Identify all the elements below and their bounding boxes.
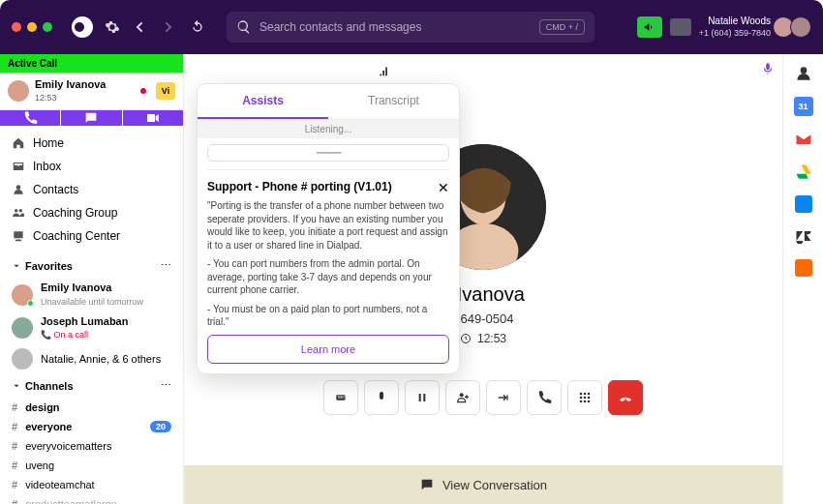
gear-icon[interactable] xyxy=(105,19,120,35)
hash-icon: # xyxy=(12,479,17,490)
user-phone: +1 (604) 359-7840 xyxy=(699,28,771,38)
nav-coaching-group[interactable]: Coaching Group xyxy=(0,201,183,224)
record-button[interactable]: REC xyxy=(323,380,358,415)
back-icon[interactable] xyxy=(132,19,147,35)
transfer-button[interactable] xyxy=(486,380,521,415)
assists-panel: Assists Transcript Listening... ━━━━━ ✕ … xyxy=(197,83,460,374)
more-icon[interactable]: ⋯ xyxy=(161,259,171,272)
record-icon xyxy=(137,84,150,98)
hash-icon: # xyxy=(12,401,17,413)
hash-icon: # xyxy=(12,460,17,471)
drive-icon[interactable] xyxy=(794,163,813,182)
svg-point-20 xyxy=(800,67,807,74)
profile-icon[interactable] xyxy=(794,64,813,83)
keypad-button[interactable] xyxy=(567,380,602,415)
svg-rect-7 xyxy=(419,394,421,401)
avatar xyxy=(790,16,811,38)
calendar-icon[interactable]: 31 xyxy=(794,97,813,116)
signal-icon xyxy=(378,64,391,81)
close-icon[interactable]: ✕ xyxy=(438,180,449,195)
call-duration: 12:53 xyxy=(460,332,506,345)
user-name: Natalie Woods xyxy=(699,15,771,27)
chat-icon xyxy=(419,477,435,492)
app-icon-orange[interactable] xyxy=(795,259,812,277)
svg-text:REC: REC xyxy=(338,395,347,400)
video-button[interactable] xyxy=(123,110,183,126)
dial-button[interactable] xyxy=(0,110,60,126)
hash-icon: # xyxy=(12,440,17,452)
search-bar[interactable]: CMD + / xyxy=(227,12,594,43)
channel-item[interactable]: #design xyxy=(0,398,183,417)
sidebar: Active Call Emily Ivanova 12:53 Vi Home … xyxy=(0,54,184,504)
call-time: 12:53 xyxy=(35,93,57,103)
favorite-others[interactable]: Natalie, Annie, & 6 others xyxy=(0,344,183,373)
favorite-item[interactable]: Joseph Lumaban📞 On a call xyxy=(0,311,183,344)
collapsed-card[interactable]: ━━━━━ xyxy=(207,144,449,162)
svg-point-16 xyxy=(588,396,591,399)
app-logo xyxy=(72,16,93,38)
favorites-header[interactable]: Favorites ⋯ xyxy=(0,253,183,278)
close-dot[interactable] xyxy=(12,22,21,32)
card-title: Support - Phone # porting (V1.01) xyxy=(207,180,449,193)
search-input[interactable] xyxy=(259,20,532,34)
nav-list: Home Inbox Contacts Coaching Group Coach… xyxy=(0,126,183,253)
nav-coaching-center[interactable]: Coaching Center xyxy=(0,224,183,248)
topbar: CMD + / Natalie Woods +1 (604) 359-7840 xyxy=(0,0,823,54)
svg-point-15 xyxy=(584,396,587,399)
hold-button[interactable] xyxy=(405,380,440,415)
announce-button[interactable] xyxy=(637,16,662,38)
channels-header[interactable]: Channels ⋯ xyxy=(0,373,183,398)
channel-item[interactable]: #everyvoicematters xyxy=(0,436,183,456)
inbox-icon[interactable] xyxy=(670,18,691,36)
nav-inbox[interactable]: Inbox xyxy=(0,155,183,178)
chevron-down-icon xyxy=(12,261,21,271)
min-dot[interactable] xyxy=(27,22,37,32)
contact-phone: ) 649-0504 xyxy=(453,311,514,326)
unread-badge: 20 xyxy=(150,421,171,432)
call-button[interactable] xyxy=(527,380,562,415)
status-dot xyxy=(27,300,34,307)
hash-icon: # xyxy=(12,498,17,504)
view-conversation-button[interactable]: View Conversation xyxy=(184,465,782,504)
forward-icon[interactable] xyxy=(161,19,176,35)
channel-item[interactable]: #uveng xyxy=(0,456,183,475)
zendesk-icon[interactable] xyxy=(794,226,813,246)
channel-item[interactable]: #productteamatlarge xyxy=(0,494,183,504)
favorite-item[interactable]: Emily IvanovaUnavailable until tomorrow xyxy=(0,278,183,311)
card-text: - You can port numbers from the admin po… xyxy=(207,257,449,297)
max-dot[interactable] xyxy=(43,22,52,32)
active-call-card[interactable]: Emily Ivanova 12:53 Vi xyxy=(0,73,183,110)
search-icon xyxy=(236,19,252,35)
svg-point-17 xyxy=(580,400,583,402)
hangup-button[interactable] xyxy=(608,380,643,415)
mute-button[interactable] xyxy=(364,380,399,415)
right-rail: 31 xyxy=(782,54,823,504)
tab-assists[interactable]: Assists xyxy=(198,84,328,119)
avatar xyxy=(12,348,33,370)
nav-home[interactable]: Home xyxy=(0,132,183,155)
message-button[interactable] xyxy=(61,110,121,126)
nav-contacts[interactable]: Contacts xyxy=(0,178,183,201)
more-icon[interactable]: ⋯ xyxy=(161,379,171,392)
active-call-banner: Active Call xyxy=(0,54,183,73)
gmail-icon[interactable] xyxy=(794,130,813,149)
avatar xyxy=(8,80,29,102)
svg-point-9 xyxy=(460,393,464,397)
refresh-icon[interactable] xyxy=(190,19,205,35)
tab-transcript[interactable]: Transcript xyxy=(328,84,459,119)
learn-more-button[interactable]: Learn more xyxy=(207,335,449,364)
channel-item[interactable]: #videoteamchat xyxy=(0,475,183,494)
assist-card: ✕ Support - Phone # porting (V1.01) "Por… xyxy=(207,169,449,364)
mic-icon[interactable] xyxy=(761,62,775,79)
add-person-button[interactable] xyxy=(445,380,480,415)
app-icon[interactable] xyxy=(795,195,812,213)
call-actions xyxy=(0,110,183,126)
avatar xyxy=(12,284,33,306)
svg-point-19 xyxy=(588,400,591,402)
user-menu[interactable]: Natalie Woods +1 (604) 359-7840 xyxy=(699,15,811,39)
svg-rect-8 xyxy=(423,394,425,401)
svg-point-13 xyxy=(588,392,591,395)
listening-status: Listening... xyxy=(198,120,459,138)
card-text: "Porting is the transfer of a phone numb… xyxy=(207,199,449,252)
channel-item[interactable]: #everyone20 xyxy=(0,417,183,436)
